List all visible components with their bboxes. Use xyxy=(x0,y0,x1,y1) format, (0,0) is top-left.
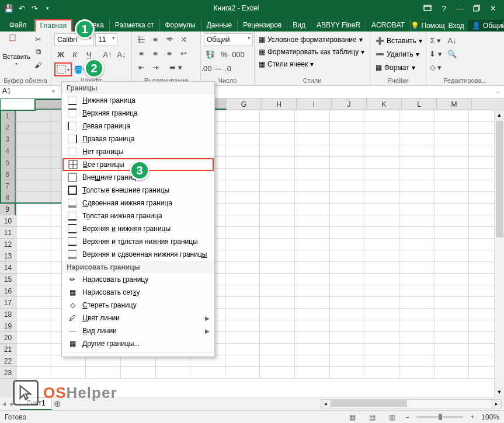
cell-styles-button[interactable]: ▦Стили ячеек ▾ xyxy=(258,59,367,69)
cell[interactable] xyxy=(260,344,295,355)
zoom-slider[interactable] xyxy=(416,416,463,418)
cell[interactable] xyxy=(435,262,470,274)
cell[interactable] xyxy=(295,239,330,250)
bold-button[interactable]: Ж xyxy=(54,48,67,60)
row-header[interactable]: 1 xyxy=(0,110,16,122)
cell[interactable] xyxy=(435,145,470,157)
tab-layout[interactable]: Разметка ст xyxy=(110,19,160,32)
cell[interactable] xyxy=(225,110,260,122)
cell[interactable] xyxy=(225,297,260,309)
name-box[interactable]: A1 xyxy=(0,86,58,98)
row-header[interactable]: 23 xyxy=(0,367,16,379)
column-header[interactable]: H xyxy=(262,99,297,110)
sign-in[interactable]: Вход xyxy=(449,22,464,30)
scroll-thumb[interactable] xyxy=(331,400,407,407)
cell[interactable] xyxy=(16,204,51,215)
cell[interactable] xyxy=(330,355,365,367)
zoom-in-icon[interactable]: + xyxy=(470,413,474,421)
cell[interactable] xyxy=(295,355,330,367)
cell[interactable] xyxy=(399,134,435,145)
cell[interactable] xyxy=(399,297,435,309)
merge-cells-icon[interactable]: ⬌ ▾ xyxy=(163,61,189,73)
comma-icon[interactable]: 000 xyxy=(232,48,245,60)
close-icon[interactable]: ✕ xyxy=(485,2,500,15)
conditional-formatting-button[interactable]: ▦Условное форматирование ▾ xyxy=(258,34,367,45)
cell[interactable] xyxy=(435,250,470,262)
border-draw-menu-item[interactable]: ✏Нарисовать границу xyxy=(62,273,214,286)
cell[interactable] xyxy=(364,169,399,180)
cell[interactable] xyxy=(399,122,435,134)
row-header[interactable]: 9 xyxy=(0,204,16,215)
row-header[interactable]: 18 xyxy=(0,309,16,320)
cell[interactable] xyxy=(399,110,435,122)
insert-cells-button[interactable]: ➕Вставить ▾ xyxy=(373,34,423,47)
border-draw-menu-item[interactable]: 🖊Цвет линии▶ xyxy=(62,312,214,324)
tab-file[interactable]: Файл xyxy=(2,19,34,32)
cell[interactable] xyxy=(330,145,365,157)
cell[interactable] xyxy=(435,355,470,367)
cell[interactable] xyxy=(364,145,399,157)
cell[interactable] xyxy=(225,122,260,134)
cell[interactable] xyxy=(330,309,365,320)
cell[interactable] xyxy=(16,274,51,285)
cell[interactable] xyxy=(225,145,260,157)
cell[interactable] xyxy=(364,297,399,309)
cell[interactable] xyxy=(295,344,330,355)
cell[interactable] xyxy=(225,215,260,227)
cell[interactable] xyxy=(260,122,295,134)
tab-view[interactable]: Вид xyxy=(287,19,311,32)
cell[interactable] xyxy=(295,180,330,192)
clear-icon[interactable]: ◇ ▾ xyxy=(429,61,442,73)
column-header[interactable]: G xyxy=(227,99,262,110)
cell[interactable] xyxy=(225,157,260,169)
cell[interactable] xyxy=(399,250,435,262)
cell[interactable] xyxy=(260,204,295,215)
cell[interactable] xyxy=(225,204,260,215)
cell[interactable] xyxy=(16,285,51,297)
row-header[interactable]: 15 xyxy=(0,274,16,285)
undo-icon[interactable]: ↶ xyxy=(16,3,27,13)
cell[interactable] xyxy=(364,204,399,215)
cell[interactable] xyxy=(435,227,470,239)
row-header[interactable]: 7 xyxy=(0,180,16,192)
cell[interactable] xyxy=(399,145,435,157)
cell[interactable] xyxy=(399,169,435,180)
cell[interactable] xyxy=(16,309,51,320)
cell[interactable] xyxy=(260,110,295,122)
cell[interactable] xyxy=(330,320,365,332)
cell[interactable] xyxy=(399,309,435,320)
scroll-right-icon[interactable]: ▸ xyxy=(492,400,501,408)
cell[interactable] xyxy=(435,274,470,285)
increase-font-icon[interactable]: A↑ xyxy=(101,48,114,60)
cell[interactable] xyxy=(399,274,435,285)
cell[interactable] xyxy=(330,332,365,344)
cell[interactable] xyxy=(330,250,365,262)
cell[interactable] xyxy=(16,344,51,355)
increase-decimal-icon[interactable]: .00→ xyxy=(204,62,217,74)
border-menu-item[interactable]: Верхняя и толстая нижняя границы xyxy=(62,235,214,248)
column-header[interactable]: K xyxy=(367,99,402,110)
cell[interactable] xyxy=(86,355,121,367)
cell[interactable] xyxy=(364,320,399,332)
border-menu-item[interactable]: Нижняя граница xyxy=(62,94,214,107)
cell[interactable] xyxy=(399,157,435,169)
cell[interactable] xyxy=(16,180,51,192)
cell[interactable] xyxy=(51,355,86,367)
cell[interactable] xyxy=(16,215,51,227)
cell[interactable] xyxy=(399,180,435,192)
cell[interactable] xyxy=(295,320,330,332)
row-header[interactable]: 13 xyxy=(0,250,16,262)
cell[interactable] xyxy=(260,227,295,239)
restore-icon[interactable] xyxy=(469,2,484,15)
cell[interactable] xyxy=(260,134,295,145)
redo-icon[interactable]: ↷ xyxy=(29,3,40,13)
cell[interactable] xyxy=(16,332,51,344)
cell[interactable] xyxy=(364,274,399,285)
sort-filter-icon[interactable]: A↓ xyxy=(443,34,461,46)
border-draw-menu-item[interactable]: ◇Стереть границу xyxy=(62,299,214,312)
cell[interactable] xyxy=(16,262,51,274)
scroll-down-icon[interactable]: ▼ xyxy=(495,387,504,397)
column-header[interactable]: J xyxy=(332,99,367,110)
tab-home[interactable]: Главная xyxy=(34,19,73,32)
row-header[interactable]: 14 xyxy=(0,262,16,274)
